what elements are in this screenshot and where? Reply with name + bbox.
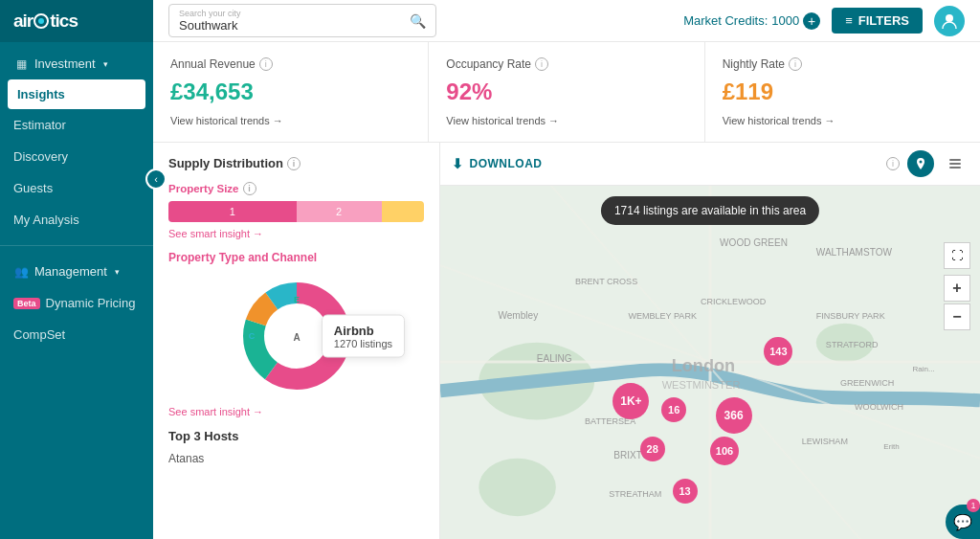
map-notification: 1714 listings are available in this area xyxy=(601,196,819,225)
svg-text:WALTHAMSTOW: WALTHAMSTOW xyxy=(816,247,893,258)
svg-text:WEMBLEY PARK: WEMBLEY PARK xyxy=(628,311,697,321)
supply-info-icon[interactable]: i xyxy=(287,157,301,170)
sidebar-collapse-button[interactable]: ‹ xyxy=(145,168,167,190)
sidebar-item-guests[interactable]: Guests xyxy=(0,172,153,204)
logo: air tics xyxy=(0,0,153,42)
search-input[interactable] xyxy=(179,18,390,33)
supply-panel: Supply Distribution i Property Size i 1 … xyxy=(153,143,440,539)
map-toolbar-controls: i xyxy=(886,150,969,177)
dynamic-pricing-label: Dynamic Pricing xyxy=(46,296,136,310)
map-cluster-13[interactable]: 13 xyxy=(673,479,698,504)
supply-title: Supply Distribution i xyxy=(168,156,424,170)
occupancy-title-text: Occupancy Rate xyxy=(446,57,531,71)
management-chevron: ▾ xyxy=(115,267,120,277)
map-pin-view-button[interactable] xyxy=(907,150,934,177)
sidebar-group-management[interactable]: 👥 Management ▾ xyxy=(0,256,153,287)
chat-badge: 1 xyxy=(967,499,980,512)
lower-content: Supply Distribution i Property Size i 1 … xyxy=(153,143,980,539)
svg-rect-9 xyxy=(949,163,961,165)
property-size-text: Property Size xyxy=(168,183,239,194)
download-button[interactable]: ⬇ DOWNLOAD xyxy=(452,156,543,171)
svg-text:WESTMINSTER: WESTMINSTER xyxy=(662,379,741,391)
revenue-title: Annual Revenue i xyxy=(170,57,411,71)
cluster-label-28: 28 xyxy=(647,443,658,455)
revenue-info-icon[interactable]: i xyxy=(259,57,273,71)
logo-text: air tics xyxy=(13,11,78,32)
investment-icon: ▦ xyxy=(13,57,29,71)
management-label: Management xyxy=(34,264,107,279)
sidebar-management-group: 👥 Management ▾ Beta Dynamic Pricing Comp… xyxy=(0,250,153,356)
metrics-row: Annual Revenue i £34,653 View historical… xyxy=(153,42,980,143)
management-icon: 👥 xyxy=(13,265,29,279)
smart-insight-text-2: See smart insight → xyxy=(168,406,263,417)
filters-button[interactable]: ≡ FILTERS xyxy=(832,8,923,34)
map-zoom-in-button[interactable]: + xyxy=(944,275,970,302)
nightly-rate-link[interactable]: View historical trends → xyxy=(723,115,963,126)
host-item-1: Atanas xyxy=(168,449,424,468)
bar-seg-3 xyxy=(382,201,425,222)
discovery-label: Discovery xyxy=(13,149,68,164)
donut-tooltip-title: Airbnb xyxy=(334,324,392,338)
map-background[interactable]: London WESTMINSTER WOOD GREEN WALTHAMSTO… xyxy=(440,185,980,539)
main-content: Search your city 🔍 Market Credits: 1000 … xyxy=(153,0,980,539)
occupancy-value: 92% xyxy=(446,79,686,105)
occupancy-link[interactable]: View historical trends → xyxy=(446,115,686,126)
market-credits: Market Credits: 1000 + xyxy=(683,12,820,30)
sidebar-group-investment[interactable]: ▦ Investment ▾ xyxy=(0,48,153,79)
smart-insight-link-2[interactable]: See smart insight → xyxy=(168,406,424,417)
property-size-info-icon[interactable]: i xyxy=(243,182,256,195)
market-credits-label: Market Credits: xyxy=(683,13,768,28)
map-toolbar: ⬇ DOWNLOAD i xyxy=(440,143,980,186)
svg-text:E: E xyxy=(293,295,299,304)
top-hosts-title: Top 3 Hosts xyxy=(168,429,424,443)
nightly-rate-value: £119 xyxy=(723,79,963,105)
map-info-icon[interactable]: i xyxy=(886,157,900,170)
cluster-label-366: 366 xyxy=(724,409,744,422)
sidebar: air tics ▦ Investment ▾ Insights Estimat… xyxy=(0,0,153,539)
property-size-label: Property Size i xyxy=(168,182,424,195)
occupancy-info-icon[interactable]: i xyxy=(535,57,548,71)
sidebar-item-dynamic-pricing[interactable]: Beta Dynamic Pricing xyxy=(0,287,153,319)
map-zoom-out-button[interactable]: − xyxy=(944,303,970,330)
revenue-title-text: Annual Revenue xyxy=(170,57,256,71)
metric-card-revenue: Annual Revenue i £34,653 View historical… xyxy=(153,42,429,142)
svg-text:STREATHAM: STREATHAM xyxy=(609,489,661,499)
donut-tooltip: Airbnb 1270 listings xyxy=(322,315,405,358)
add-credits-button[interactable]: + xyxy=(803,12,820,30)
svg-text:STRATFORD: STRATFORD xyxy=(826,340,879,349)
svg-text:WOOD GREEN: WOOD GREEN xyxy=(720,237,788,248)
occupancy-title: Occupancy Rate i xyxy=(446,57,686,71)
topbar: Search your city 🔍 Market Credits: 1000 … xyxy=(153,0,980,42)
sidebar-item-estimator[interactable]: Estimator xyxy=(0,109,153,141)
sidebar-item-discovery[interactable]: Discovery xyxy=(0,141,153,172)
map-panel: ⬇ DOWNLOAD i xyxy=(440,143,980,539)
avatar[interactable] xyxy=(934,6,965,36)
svg-point-0 xyxy=(946,14,953,22)
nightly-rate-info-icon[interactable]: i xyxy=(789,57,802,71)
property-size-bar: 1 2 xyxy=(168,201,424,222)
bar-seg-2: 2 xyxy=(297,201,382,222)
sidebar-divider xyxy=(0,245,153,246)
nightly-rate-title-text: Nightly Rate xyxy=(723,57,785,71)
search-wrap: Search your city 🔍 xyxy=(168,4,436,37)
map-cluster-106[interactable]: 106 xyxy=(710,437,739,465)
sidebar-item-compset[interactable]: CompSet xyxy=(0,319,153,350)
revenue-link[interactable]: View historical trends → xyxy=(170,115,411,126)
svg-text:CRICKLEWOOD: CRICKLEWOOD xyxy=(701,297,767,306)
map-list-view-button[interactable] xyxy=(942,150,969,177)
map-expand-button[interactable]: ⛶ xyxy=(944,242,970,269)
map-cluster-366[interactable]: 366 xyxy=(716,397,752,434)
smart-insight-link-1[interactable]: See smart insight → xyxy=(168,228,424,239)
insights-label: Insights xyxy=(17,87,65,101)
topbar-right: Market Credits: 1000 + ≡ FILTERS xyxy=(683,6,965,36)
svg-text:Rain...: Rain... xyxy=(913,365,935,373)
estimator-label: Estimator xyxy=(13,118,66,132)
map-cluster-28[interactable]: 28 xyxy=(640,437,665,461)
sidebar-item-my-analysis[interactable]: My Analysis xyxy=(0,204,153,236)
svg-rect-8 xyxy=(949,159,961,161)
svg-point-13 xyxy=(479,459,556,516)
filters-icon: ≡ xyxy=(845,13,853,28)
svg-text:Erith: Erith xyxy=(883,442,900,451)
sidebar-item-insights[interactable]: Insights xyxy=(8,79,145,109)
svg-text:FINSBURY PARK: FINSBURY PARK xyxy=(816,311,885,321)
